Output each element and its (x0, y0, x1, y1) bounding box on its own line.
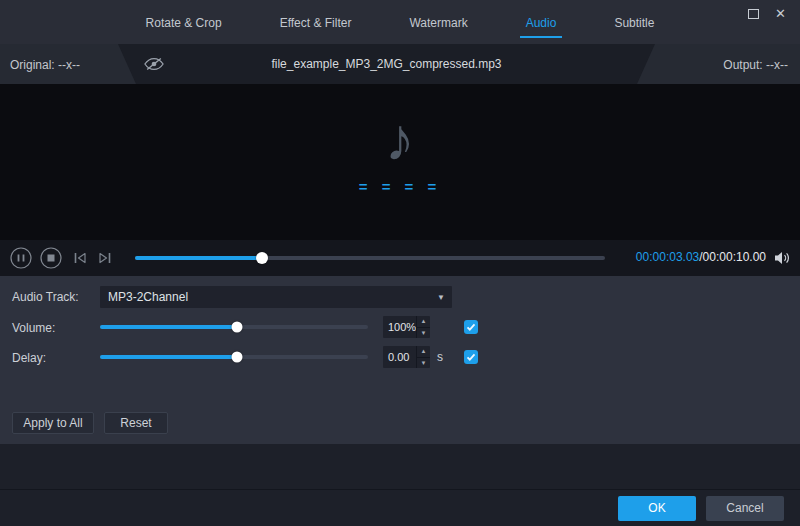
tab-watermark[interactable]: Watermark (407, 14, 469, 38)
audio-track-label: Audio Track: (12, 290, 79, 304)
footer: OK Cancel (0, 444, 800, 526)
volume-label: Volume: (12, 321, 55, 335)
delay-apply-all-toggle[interactable] (463, 349, 479, 369)
volume-mute-button[interactable] (774, 251, 790, 269)
pause-button[interactable] (10, 247, 32, 269)
close-icon[interactable]: ✕ (775, 7, 786, 20)
delay-label: Delay: (12, 351, 46, 365)
maximize-icon[interactable] (748, 9, 759, 19)
time-display: 00:00:03.03/00:00:10.00 (636, 250, 766, 264)
speaker-icon (774, 251, 790, 265)
delay-fill (100, 355, 237, 359)
footer-button-bar: OK Cancel (0, 489, 800, 526)
audio-track-select[interactable]: MP3-2Channel ▼ (100, 286, 452, 308)
prev-frame-button[interactable] (73, 252, 87, 264)
delay-spin-down-icon[interactable]: ▼ (417, 358, 430, 369)
delay-spinner: ▲ ▼ (416, 346, 430, 368)
window-controls: ✕ (748, 7, 786, 20)
stop-icon (40, 247, 62, 269)
volume-apply-all-toggle[interactable] (463, 319, 479, 339)
tab-effect-filter[interactable]: Effect & Filter (278, 14, 354, 38)
cancel-button[interactable]: Cancel (706, 496, 784, 521)
volume-input[interactable]: 100% ▲ ▼ (383, 316, 430, 338)
info-bar: Original: --x-- file_example_MP3_2MG_com… (0, 44, 800, 84)
player-bar: 00:00:03.03/00:00:10.00 (0, 240, 800, 276)
prev-frame-icon (73, 252, 87, 264)
volume-spin-up-icon[interactable]: ▲ (417, 316, 430, 328)
volume-fill (100, 325, 237, 329)
delay-slider[interactable] (100, 355, 368, 359)
seek-slider[interactable] (135, 256, 605, 260)
volume-value: 100% (383, 316, 416, 338)
next-frame-icon (98, 252, 112, 264)
original-resolution-label: Original: --x-- (10, 58, 80, 72)
reset-button[interactable]: Reset (104, 412, 168, 434)
tab-rotate-crop[interactable]: Rotate & Crop (144, 14, 224, 38)
seek-fill (135, 256, 262, 260)
delay-value: 0.00 (383, 346, 416, 368)
chevron-down-icon: ▼ (430, 293, 452, 302)
time-total: /00:00:10.00 (699, 250, 766, 264)
next-frame-button[interactable] (98, 252, 112, 264)
filename-plate: file_example_MP3_2MG_compressed.mp3 (118, 44, 655, 84)
volume-thumb[interactable] (231, 322, 242, 333)
delay-apply-all-icon (463, 349, 479, 365)
delay-thumb[interactable] (231, 352, 242, 363)
volume-apply-all-icon (463, 319, 479, 335)
delay-input[interactable]: 0.00 ▲ ▼ (383, 346, 430, 368)
tab-audio[interactable]: Audio (524, 14, 559, 38)
output-resolution-label: Output: --x-- (723, 58, 788, 72)
stop-button[interactable] (40, 247, 62, 269)
loading-indicator: = = = = (359, 178, 442, 195)
volume-spinner: ▲ ▼ (416, 316, 430, 338)
tab-bar: Rotate & Crop Effect & Filter Watermark … (0, 0, 800, 44)
seek-thumb[interactable] (256, 252, 268, 264)
music-note-icon: ♪ (385, 110, 415, 170)
delay-spin-up-icon[interactable]: ▲ (417, 346, 430, 358)
audio-track-value: MP3-2Channel (100, 290, 430, 304)
tab-subtitle[interactable]: Subtitle (612, 14, 656, 38)
apply-to-all-button[interactable]: Apply to All (12, 412, 94, 434)
delay-unit-label: s (437, 350, 443, 364)
audio-editor-window: Rotate & Crop Effect & Filter Watermark … (0, 0, 800, 526)
volume-spin-down-icon[interactable]: ▼ (417, 328, 430, 339)
pause-icon (10, 247, 32, 269)
volume-slider[interactable] (100, 325, 368, 329)
preview-area: ♪ = = = = (0, 84, 800, 240)
audio-settings-panel: Audio Track: MP3-2Channel ▼ Volume: 100%… (0, 276, 800, 444)
file-title: file_example_MP3_2MG_compressed.mp3 (118, 57, 655, 71)
time-current: 00:00:03.03 (636, 250, 699, 264)
ok-button[interactable]: OK (618, 496, 696, 521)
